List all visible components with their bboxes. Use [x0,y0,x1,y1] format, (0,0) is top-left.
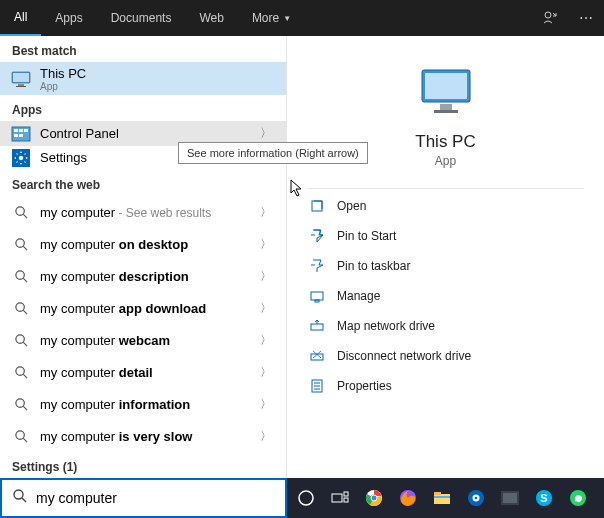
suggestion-text: my computer information [40,397,190,412]
svg-text:S: S [540,492,547,504]
search-icon [10,425,32,447]
control-panel-icon [10,123,32,145]
svg-line-16 [23,246,27,250]
preview-pane: This PC App OpenPin to StartPin to taskb… [287,36,604,478]
action-pin-to-start[interactable]: Pin to Start [307,221,584,251]
svg-point-25 [15,398,23,406]
svg-point-13 [15,206,23,214]
result-web-suggestion[interactable]: my computer - See web results〉 [0,196,286,228]
search-icon [10,233,32,255]
chevron-right-icon[interactable]: 〉 [256,364,276,381]
suggestion-text: my computer description [40,269,189,284]
suggestion-text: my computer [40,205,115,220]
svg-rect-35 [315,300,319,302]
options-icon[interactable]: ⋯ [568,0,604,36]
action-label: Map network drive [337,319,435,333]
taskbar-cortana-icon[interactable] [293,485,319,511]
svg-rect-30 [425,73,467,99]
result-web-suggestion[interactable]: my computer on desktop〉 [0,228,286,260]
taskbar-firefox-icon[interactable] [395,485,421,511]
taskbar-groove-icon[interactable] [463,485,489,511]
suggestion-text: my computer webcam [40,333,170,348]
chevron-right-icon[interactable]: 〉 [256,125,276,142]
svg-rect-46 [344,492,348,496]
action-label: Disconnect network drive [337,349,471,363]
svg-rect-36 [311,324,323,330]
chevron-right-icon[interactable]: 〉 [256,236,276,253]
action-icon [307,379,327,393]
svg-point-0 [545,12,551,18]
action-label: Manage [337,289,380,303]
result-web-suggestion[interactable]: my computer detail〉 [0,356,286,388]
svg-point-44 [299,491,313,505]
svg-rect-8 [24,129,28,132]
svg-rect-52 [434,494,450,504]
action-properties[interactable]: Properties [307,371,584,401]
taskbar-explorer-icon[interactable] [429,485,455,511]
svg-rect-53 [434,492,441,495]
tab-all[interactable]: All [0,0,41,36]
svg-point-19 [15,302,23,310]
action-label: Open [337,199,366,213]
svg-rect-34 [311,292,323,300]
taskbar-taskview-icon[interactable] [327,485,353,511]
action-pin-to-taskbar[interactable]: Pin to taskbar [307,251,584,281]
section-apps: Apps [0,95,286,121]
svg-point-21 [15,334,23,342]
action-manage[interactable]: Manage [307,281,584,311]
section-settings-count: Settings (1) [0,452,286,478]
results-pane: Best match This PC App Apps Control Pane… [0,36,287,478]
svg-rect-3 [18,84,24,86]
svg-rect-47 [344,498,348,502]
search-icon [10,361,32,383]
result-title: Settings [40,150,87,165]
search-box[interactable] [0,478,287,518]
action-icon [307,289,327,303]
chevron-right-icon[interactable]: 〉 [256,396,276,413]
svg-line-18 [23,278,27,282]
chevron-right-icon[interactable]: 〉 [256,428,276,445]
svg-line-22 [23,342,27,346]
taskbar-skype-icon[interactable]: S [531,485,557,511]
result-subtitle: App [40,81,276,92]
result-this-pc[interactable]: This PC App [0,62,286,95]
search-filter-tabs: All Apps Documents Web More▼ ⋯ [0,0,604,36]
result-web-suggestion[interactable]: my computer description〉 [0,260,286,292]
chevron-right-icon[interactable]: 〉 [256,300,276,317]
taskbar-app-icon[interactable] [497,485,523,511]
search-icon [10,201,32,223]
feedback-icon[interactable] [532,0,568,36]
search-icon [10,393,32,415]
chevron-right-icon[interactable]: 〉 [256,204,276,221]
svg-rect-7 [19,129,23,132]
search-icon [10,265,32,287]
settings-icon [10,147,32,169]
action-label: Pin to Start [337,229,396,243]
result-web-suggestion[interactable]: my computer information〉 [0,388,286,420]
tab-web[interactable]: Web [185,0,237,36]
svg-point-12 [19,156,23,160]
result-web-suggestion[interactable]: my computer is very slow〉 [0,420,286,452]
svg-line-24 [23,374,27,378]
tab-apps[interactable]: Apps [41,0,96,36]
svg-rect-9 [14,134,18,137]
taskbar-whatsapp-icon[interactable] [565,485,591,511]
action-icon [307,199,327,213]
action-disconnect-network-drive[interactable]: Disconnect network drive [307,341,584,371]
action-label: Properties [337,379,392,393]
result-title: Control Panel [40,126,119,141]
tab-more[interactable]: More▼ [238,0,305,36]
taskbar-chrome-icon[interactable] [361,485,387,511]
action-icon [307,319,327,333]
svg-rect-31 [440,104,452,110]
action-map-network-drive[interactable]: Map network drive [307,311,584,341]
suggestion-hint: - See web results [115,206,211,220]
chevron-right-icon[interactable]: 〉 [256,332,276,349]
chevron-right-icon[interactable]: 〉 [256,268,276,285]
search-input[interactable] [36,490,275,506]
result-web-suggestion[interactable]: my computer webcam〉 [0,324,286,356]
tab-documents[interactable]: Documents [97,0,186,36]
result-web-suggestion[interactable]: my computer app download〉 [0,292,286,324]
svg-rect-2 [13,73,29,82]
action-open[interactable]: Open [307,191,584,221]
